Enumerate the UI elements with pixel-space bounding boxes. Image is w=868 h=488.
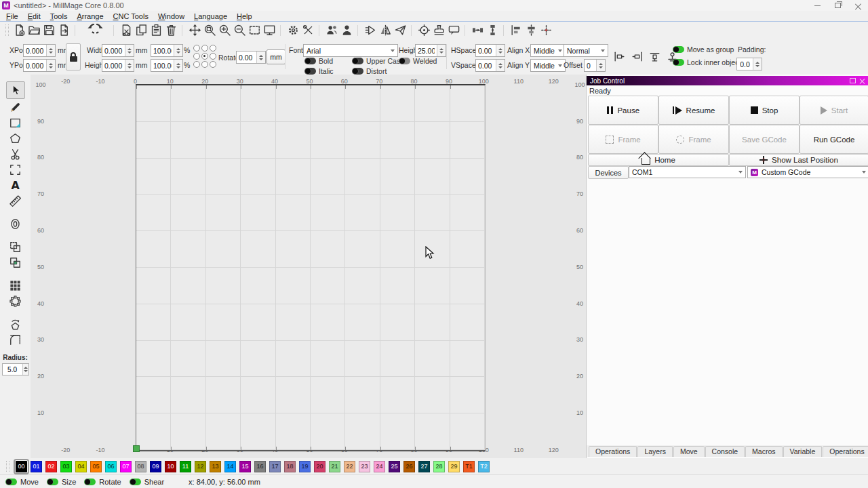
cut-button[interactable] <box>119 23 134 38</box>
palette-swatch[interactable]: 25 <box>389 461 400 472</box>
run-button[interactable] <box>363 23 378 38</box>
palette-swatch[interactable]: 18 <box>284 461 296 472</box>
padding-spinner[interactable] <box>753 58 762 70</box>
panel-tab[interactable]: Layers <box>637 446 673 457</box>
menu-item[interactable]: Language <box>189 12 232 20</box>
anchor-grid[interactable] <box>193 45 215 66</box>
palette-swatch[interactable]: T2 <box>478 461 490 472</box>
resume-button[interactable]: Resume <box>658 96 729 125</box>
palette-swatch[interactable]: 03 <box>60 461 72 472</box>
palette-swatch[interactable]: 20 <box>314 461 326 472</box>
status-toggle-item[interactable]: Size <box>47 478 76 486</box>
minimize-button[interactable] <box>807 0 827 11</box>
palette-swatch[interactable]: 23 <box>359 461 370 472</box>
push-right-button[interactable] <box>630 49 644 63</box>
palette-swatch[interactable]: 27 <box>418 461 430 472</box>
height-pct-field[interactable] <box>151 59 183 72</box>
rotate-field[interactable] <box>236 51 266 64</box>
distort-toggle[interactable] <box>352 68 363 75</box>
italic-toggle[interactable] <box>304 68 316 75</box>
grid-array-tool[interactable] <box>7 279 24 293</box>
palette-swatch[interactable]: 12 <box>195 461 206 472</box>
move-button[interactable] <box>187 23 202 38</box>
pause-button[interactable]: Pause <box>588 96 658 125</box>
stop-button[interactable]: Stop <box>729 96 800 125</box>
close-button[interactable] <box>848 0 868 11</box>
welded-toggle[interactable] <box>399 58 410 64</box>
start-button[interactable]: Start <box>800 96 868 125</box>
palette-swatch[interactable]: 26 <box>403 461 415 472</box>
bold-toggle[interactable] <box>304 58 316 64</box>
height-field[interactable] <box>102 59 134 72</box>
palette-swatch[interactable]: 02 <box>45 461 57 472</box>
palette-swatch[interactable]: 01 <box>31 461 42 472</box>
palette-swatch[interactable]: T1 <box>463 461 475 472</box>
new-file-button[interactable] <box>12 23 26 38</box>
weld-tool[interactable] <box>7 240 24 254</box>
menu-item[interactable]: Tools <box>45 12 73 20</box>
paste-button[interactable] <box>149 23 163 38</box>
status-toggle-item[interactable]: Move <box>5 478 39 486</box>
vspace-spinner[interactable] <box>496 60 505 71</box>
height-spinner[interactable] <box>125 60 134 71</box>
padding-field[interactable] <box>736 58 762 70</box>
select-rect-button[interactable] <box>247 23 262 38</box>
width-pct-field[interactable] <box>151 44 183 57</box>
save-gcode-button[interactable]: Save GCode <box>729 125 800 154</box>
frame-circle-button[interactable]: Frame <box>658 125 729 154</box>
offset-tool[interactable] <box>7 217 24 231</box>
palette-swatch[interactable]: 08 <box>135 461 146 472</box>
zoom-selection-button[interactable] <box>202 23 217 38</box>
palette-swatch[interactable]: 00 <box>16 461 27 472</box>
radius-spinner[interactable] <box>22 364 28 375</box>
show-last-position-button[interactable]: Show Last Position <box>729 154 868 166</box>
text-tool[interactable] <box>7 178 24 192</box>
radius-field[interactable] <box>2 363 29 375</box>
height-pct-spinner[interactable] <box>174 60 182 71</box>
palette-swatch[interactable]: 07 <box>120 461 132 472</box>
save-file-button[interactable] <box>41 23 56 38</box>
move-as-group-toggle[interactable] <box>673 46 684 53</box>
font-select[interactable]: Arial <box>303 44 398 57</box>
text-height-spinner[interactable] <box>437 45 446 56</box>
polygon-tool[interactable] <box>7 131 24 146</box>
callout-button[interactable] <box>446 23 461 38</box>
send-button[interactable] <box>393 23 408 38</box>
aspect-lock-button[interactable] <box>66 43 81 70</box>
menu-item[interactable]: CNC Tools <box>108 12 153 20</box>
palette-swatch[interactable]: 28 <box>433 461 445 472</box>
menu-item[interactable]: File <box>1 12 23 20</box>
hspace-field[interactable] <box>475 44 505 57</box>
hspace-spinner[interactable] <box>496 45 505 56</box>
group-button[interactable] <box>324 23 339 38</box>
panel-tab[interactable]: Operations Library <box>823 446 868 457</box>
palette-swatch[interactable]: 06 <box>105 461 117 472</box>
origin-button[interactable] <box>416 23 431 38</box>
panel-tab[interactable]: Variable Text <box>783 446 823 457</box>
width-pct-spinner[interactable] <box>174 45 182 56</box>
rotate-shape-tool[interactable] <box>7 317 24 331</box>
panel-float-icon[interactable] <box>850 78 856 83</box>
units-mm-button[interactable]: mm <box>267 49 285 64</box>
panel-tab[interactable]: Console <box>705 446 745 457</box>
redo-button[interactable] <box>95 23 110 38</box>
zoom-out-button[interactable] <box>232 23 247 38</box>
palette-swatch[interactable]: 24 <box>374 461 385 472</box>
ungroup-button[interactable] <box>339 23 354 38</box>
width-spinner[interactable] <box>125 45 134 56</box>
align-edge-button[interactable] <box>509 23 524 38</box>
frame-rect-button[interactable]: Frame <box>588 125 658 154</box>
lock-inner-objects-toggle[interactable] <box>673 59 684 66</box>
toolbar-grip[interactable] <box>5 24 9 37</box>
palette-swatch[interactable]: 04 <box>75 461 87 472</box>
width-field[interactable] <box>102 44 134 57</box>
push-left-button[interactable] <box>612 49 626 63</box>
text-height-field[interactable] <box>415 44 446 57</box>
palette-swatch[interactable]: 19 <box>299 461 311 472</box>
palette-swatch[interactable]: 05 <box>90 461 102 472</box>
copy-button[interactable] <box>134 23 149 38</box>
com-port-select[interactable]: COM1 <box>629 166 746 178</box>
distribute-h-button[interactable] <box>470 23 485 38</box>
work-area[interactable] <box>136 84 486 451</box>
node-edit-tool[interactable] <box>7 147 24 161</box>
